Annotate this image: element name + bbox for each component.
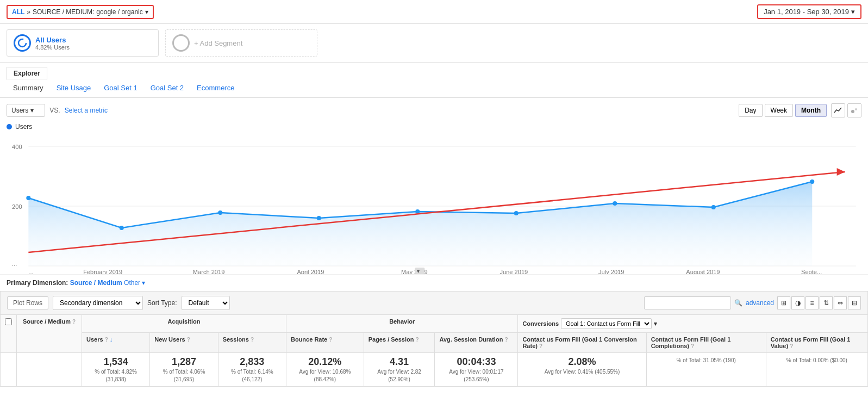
search-icon[interactable]: 🔍 [734, 299, 742, 307]
other-dropdown[interactable]: Other ▾ [124, 279, 145, 287]
secondary-dimension-select[interactable]: Secondary dimension [53, 296, 143, 310]
advanced-link[interactable]: advanced [746, 299, 774, 307]
totals-avg-session: 00:04:33 Avg for View: 00:01:17 (253.65%… [435, 353, 518, 387]
segment-pct: 4.82% Users [35, 44, 70, 51]
all-users-segment[interactable]: All Users 4.82% Users [7, 29, 159, 57]
list-view-icon[interactable]: ≡ [805, 296, 819, 309]
totals-sessions: 2,833 % of Total: 6.14% (46,122) [218, 353, 286, 387]
chart-right-controls: Day Week Month [739, 103, 861, 117]
users-help[interactable]: ? [105, 337, 108, 343]
date-range-dropdown-icon[interactable]: ▾ [851, 8, 855, 16]
svg-marker-20 [837, 168, 845, 176]
plot-rows-button[interactable]: Plot Rows [7, 296, 48, 309]
segment-row: All Users 4.82% Users + Add Segment [0, 24, 868, 63]
compare-view-icon[interactable]: ⇔ [834, 296, 847, 309]
chart-svg: 400 200 ... ... [7, 133, 861, 274]
svg-text:...: ... [28, 269, 33, 274]
checkbox-header [1, 315, 17, 353]
source-medium-help[interactable]: ? [72, 319, 76, 325]
filter-dropdown-icon[interactable]: ▾ [145, 8, 148, 16]
table-controls: Plot Rows Secondary dimension Sort Type:… [0, 291, 868, 314]
add-segment-card[interactable]: + Add Segment [165, 29, 317, 57]
chart-controls: Users ▾ VS. Select a metric Day Week Mon… [0, 98, 868, 123]
time-buttons: Day Week Month [739, 104, 827, 117]
avg-session-subheader: Avg. Session Duration ? [435, 333, 518, 353]
line-chart-icon[interactable] [831, 103, 845, 117]
tab-ecommerce[interactable]: Ecommerce [190, 79, 241, 97]
users-sort[interactable]: ↓ [110, 336, 113, 343]
behavior-header: Behavior [286, 315, 517, 333]
pages-session-subheader: Pages / Session ? [364, 333, 435, 353]
tab-goal-set-2[interactable]: Goal Set 2 [144, 79, 190, 97]
svg-text:200: 200 [12, 203, 22, 210]
sessions-help[interactable]: ? [251, 337, 254, 343]
segment-circle [14, 34, 31, 52]
pages-help[interactable]: ? [416, 337, 419, 343]
totals-row: 1,534 % of Total: 4.82% (31,838) 1,287 %… [1, 353, 868, 387]
goal-value-subheader: Contact us Form Fill (Goal 1 Value) ? [766, 333, 867, 353]
conversion-rate-help[interactable]: ? [539, 343, 542, 349]
totals-bounce-rate: 20.12% Avg for View: 10.68% (88.42%) [286, 353, 364, 387]
filter-value: google / organic [96, 8, 142, 16]
data-table: Source / Medium ? Acquisition Behavior C… [0, 314, 868, 387]
goal-value-help[interactable]: ? [790, 343, 793, 349]
totals-conversion-rate: 2.08% Avg for View: 0.41% (405.55%) [518, 353, 646, 387]
svg-text:...: ... [12, 261, 17, 267]
legend-dot [7, 124, 12, 129]
tab-site-usage[interactable]: Site Usage [50, 79, 98, 97]
explorer-tab[interactable]: Explorer [7, 67, 47, 80]
table-view-icon[interactable]: ⊟ [848, 296, 861, 309]
conversion-rate-subheader: Contact us Form Fill (Goal 1 Conversion … [518, 333, 646, 353]
bounce-rate-subheader: Bounce Rate ? [286, 333, 364, 353]
top-bar: ALL » SOURCE / MEDIUM: google / organic … [0, 0, 868, 24]
metric-dropdown[interactable]: Users ▾ [7, 104, 45, 117]
svg-text:July 2019: July 2019 [598, 269, 624, 274]
metric-label: Users [11, 107, 28, 114]
week-button[interactable]: Week [765, 104, 793, 117]
day-button[interactable]: Day [739, 104, 762, 117]
new-users-help[interactable]: ? [187, 337, 190, 343]
sort-type-select[interactable]: Default [182, 296, 230, 310]
avg-session-help[interactable]: ? [504, 337, 508, 343]
grid-view-icon[interactable]: ⊞ [777, 296, 790, 309]
goal-dropdown[interactable]: Goal 1: Contact us Form Fill [561, 318, 652, 329]
legend-label: Users [15, 123, 32, 131]
select-metric-link[interactable]: Select a metric [65, 107, 108, 114]
motion-chart-icon[interactable] [847, 103, 861, 117]
svg-point-17 [711, 205, 716, 209]
svg-text:March 2019: March 2019 [193, 269, 225, 274]
primary-dimension: Primary Dimension: Source / Medium Other… [0, 274, 868, 291]
svg-text:April 2019: April 2019 [297, 269, 324, 274]
svg-point-14 [415, 209, 420, 214]
svg-text:June 2019: June 2019 [499, 269, 528, 274]
all-link[interactable]: ALL [12, 8, 24, 16]
svg-point-16 [613, 201, 617, 206]
date-range-label: Jan 1, 2019 - Sep 30, 2019 [764, 8, 849, 16]
month-button[interactable]: Month [795, 104, 827, 117]
bounce-rate-help[interactable]: ? [329, 337, 332, 343]
acquisition-header: Acquisition [82, 315, 286, 333]
table-search-input[interactable] [644, 296, 731, 309]
tab-summary[interactable]: Summary [7, 79, 50, 97]
primary-dim-label: Primary Dimension: [7, 279, 68, 287]
completions-help[interactable]: ? [691, 343, 694, 349]
svg-text:February 2019: February 2019 [83, 269, 122, 274]
totals-checkbox-cell [1, 353, 17, 387]
svg-point-2 [855, 108, 857, 110]
svg-text:400: 400 [12, 144, 22, 150]
segment-chart-icon [17, 38, 27, 48]
date-range-badge[interactable]: Jan 1, 2019 - Sep 30, 2019 ▾ [757, 4, 861, 19]
table-ctrl-right: 🔍 advanced ⊞ ◑ ≡ ⇅ ⇔ ⊟ [644, 296, 861, 309]
source-medium-link[interactable]: Source / Medium [70, 279, 122, 287]
view-icons: ⊞ ◑ ≡ ⇅ ⇔ ⊟ [777, 296, 861, 309]
pie-view-icon[interactable]: ◑ [791, 296, 804, 309]
filter-badge[interactable]: ALL » SOURCE / MEDIUM: google / organic … [7, 5, 154, 19]
svg-point-11 [120, 226, 124, 230]
select-all-checkbox[interactable] [5, 318, 12, 325]
pivot-view-icon[interactable]: ⇅ [820, 296, 833, 309]
tab-goal-set-1[interactable]: Goal Set 1 [97, 79, 143, 97]
metric-dropdown-icon: ▾ [30, 107, 34, 114]
svg-point-13 [317, 216, 321, 220]
vs-label: VS. [49, 107, 60, 114]
filter-separator: » [27, 8, 30, 16]
